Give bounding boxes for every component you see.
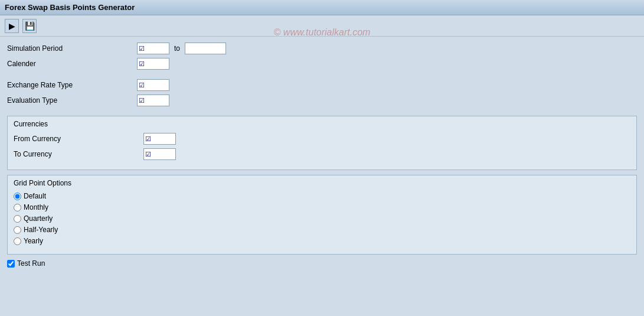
radio-quarterly[interactable] <box>14 215 21 223</box>
execute-button[interactable]: ▶ <box>5 19 19 33</box>
from-currency-row: From Currency ☑ <box>14 133 630 145</box>
simulation-period-from-input[interactable]: ☑ <box>137 43 169 54</box>
test-run-label: Test Run <box>17 259 45 268</box>
execute-icon: ▶ <box>9 21 15 31</box>
to-currency-input[interactable]: ☑ <box>143 148 176 160</box>
content-area: Simulation Period ☑ to Calender ☑ Exchan… <box>0 37 644 316</box>
grid-point-title: Grid Point Options <box>14 179 630 187</box>
exchange-rate-type-row: Exchange Rate Type ☑ <box>7 79 637 91</box>
title-bar: Forex Swap Basis Points Generator <box>0 0 644 15</box>
radio-half-yearly[interactable] <box>14 226 21 234</box>
evaluation-type-input[interactable]: ☑ <box>137 95 169 106</box>
radio-monthly[interactable] <box>14 204 21 211</box>
evaluation-type-label: Evaluation Type <box>7 96 137 105</box>
simulation-period-to-input[interactable] <box>185 43 226 54</box>
simulation-period-label: Simulation Period <box>7 44 137 53</box>
test-run-row: Test Run <box>7 259 637 268</box>
to-currency-row: To Currency ☑ <box>14 148 630 160</box>
check-icon-6: ☑ <box>145 135 151 143</box>
toolbar: ▶ 💾 © www.tutorialkart.com <box>0 15 644 37</box>
calender-row: Calender ☑ <box>7 58 637 70</box>
check-icon-1: ☑ <box>139 45 145 53</box>
to-label: to <box>174 44 180 53</box>
radio-half-yearly-row: Half-Yearly <box>14 226 630 234</box>
radio-default-row: Default <box>14 192 630 200</box>
window-title: Forex Swap Basis Points Generator <box>5 3 135 12</box>
radio-default[interactable] <box>14 193 21 200</box>
radio-quarterly-label: Quarterly <box>24 214 53 223</box>
currencies-section: Currencies From Currency ☑ To Currency ☑ <box>7 116 637 170</box>
test-run-checkbox[interactable] <box>7 260 15 268</box>
save-button[interactable]: 💾 <box>22 19 37 33</box>
from-currency-input[interactable]: ☑ <box>143 133 176 145</box>
radio-quarterly-row: Quarterly <box>14 214 630 223</box>
save-icon: 💾 <box>25 21 35 31</box>
radio-default-label: Default <box>24 192 46 200</box>
grid-point-section: Grid Point Options Default Monthly Quart… <box>7 175 637 255</box>
radio-yearly[interactable] <box>14 237 21 245</box>
simulation-period-row: Simulation Period ☑ to <box>7 43 637 54</box>
check-icon-7: ☑ <box>145 151 151 158</box>
exchange-rate-type-label: Exchange Rate Type <box>7 81 137 89</box>
radio-monthly-row: Monthly <box>14 203 630 211</box>
from-currency-label: From Currency <box>14 135 143 143</box>
radio-yearly-row: Yearly <box>14 237 630 245</box>
radio-half-yearly-label: Half-Yearly <box>24 226 58 234</box>
check-icon-5: ☑ <box>139 97 145 105</box>
calender-input[interactable]: ☑ <box>137 58 169 70</box>
to-currency-label: To Currency <box>14 150 143 158</box>
exchange-rate-type-input[interactable]: ☑ <box>137 79 169 91</box>
currencies-title: Currencies <box>14 120 630 128</box>
radio-yearly-label: Yearly <box>24 237 43 245</box>
radio-monthly-label: Monthly <box>24 203 48 211</box>
evaluation-type-row: Evaluation Type ☑ <box>7 95 637 106</box>
calender-label: Calender <box>7 60 137 68</box>
check-icon-4: ☑ <box>139 82 145 89</box>
main-window: Forex Swap Basis Points Generator ▶ 💾 © … <box>0 0 644 316</box>
check-icon-3: ☑ <box>139 60 145 68</box>
